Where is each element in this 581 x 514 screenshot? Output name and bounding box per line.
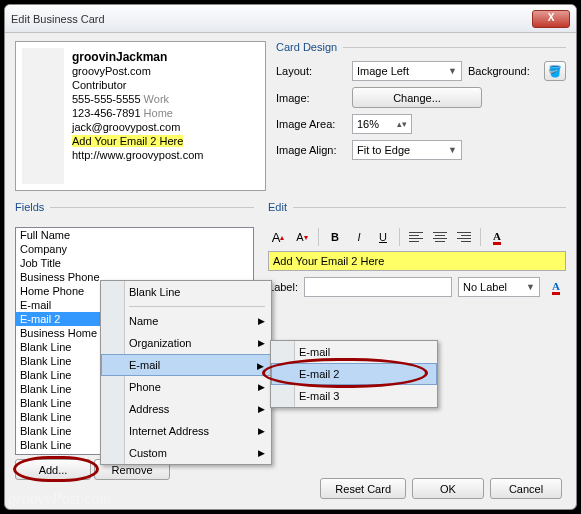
submenu-item[interactable]: E-mail [271,341,437,363]
align-center-icon[interactable] [430,227,450,247]
label-font-color-icon[interactable]: A [546,277,566,297]
change-image-button[interactable]: Change... [352,87,482,108]
menu-item[interactable]: Organization▶ [101,332,271,354]
menu-item[interactable]: Name▶ [101,310,271,332]
add-button[interactable]: Add... [15,459,91,480]
font-grow-icon[interactable]: A▴ [268,227,288,247]
field-item[interactable]: Job Title [16,256,253,270]
card-preview: groovinJackman groovyPost.com Contributo… [15,41,266,191]
design-legend: Card Design [276,41,343,53]
menu-item[interactable]: E-mail▶ [101,354,271,376]
layout-combo[interactable]: Image Left▼ [352,61,462,81]
menu-item[interactable]: Address▶ [101,398,271,420]
add-context-menu[interactable]: Blank LineName▶Organization▶E-mail▶Phone… [100,280,272,465]
field-item[interactable]: Full Name [16,228,253,242]
label-input[interactable] [304,277,452,297]
close-button[interactable]: X [532,10,570,28]
ok-button[interactable]: OK [412,478,484,499]
align-right-icon[interactable] [454,227,474,247]
fields-legend: Fields [15,201,50,213]
submenu-item[interactable]: E-mail 3 [271,385,437,407]
window-title: Edit Business Card [11,13,532,25]
background-color-button[interactable]: 🪣 [544,61,566,81]
watermark: groovyPost.com [8,490,111,508]
image-area-spinner[interactable]: 16%▴▾ [352,114,412,134]
menu-item[interactable]: Phone▶ [101,376,271,398]
submenu-item[interactable]: E-mail 2 [271,363,437,385]
edit-legend: Edit [268,201,293,213]
edit-value-input[interactable] [268,251,566,271]
align-left-icon[interactable] [406,227,426,247]
field-item[interactable]: Company [16,242,253,256]
reset-card-button[interactable]: Reset Card [320,478,406,499]
label-position-combo[interactable]: No Label▼ [458,277,540,297]
format-toolbar: A▴ A▾ B I U A [268,227,566,247]
preview-email2: Add Your Email 2 Here [72,135,183,147]
menu-item[interactable]: Internet Address▶ [101,420,271,442]
cancel-button[interactable]: Cancel [490,478,562,499]
preview-jobtitle: Contributor [72,78,257,92]
font-color-icon[interactable]: A [487,227,507,247]
underline-icon[interactable]: U [373,227,393,247]
preview-name: groovinJackman [72,50,257,64]
bold-icon[interactable]: B [325,227,345,247]
menu-item[interactable]: Blank Line [101,281,271,303]
menu-item[interactable]: Custom▶ [101,442,271,464]
email-submenu[interactable]: E-mailE-mail 2E-mail 3 [270,340,438,408]
italic-icon[interactable]: I [349,227,369,247]
image-align-combo[interactable]: Fit to Edge▼ [352,140,462,160]
preview-company: groovyPost.com [72,64,257,78]
title-bar: Edit Business Card X [5,5,576,33]
font-shrink-icon[interactable]: A▾ [292,227,312,247]
